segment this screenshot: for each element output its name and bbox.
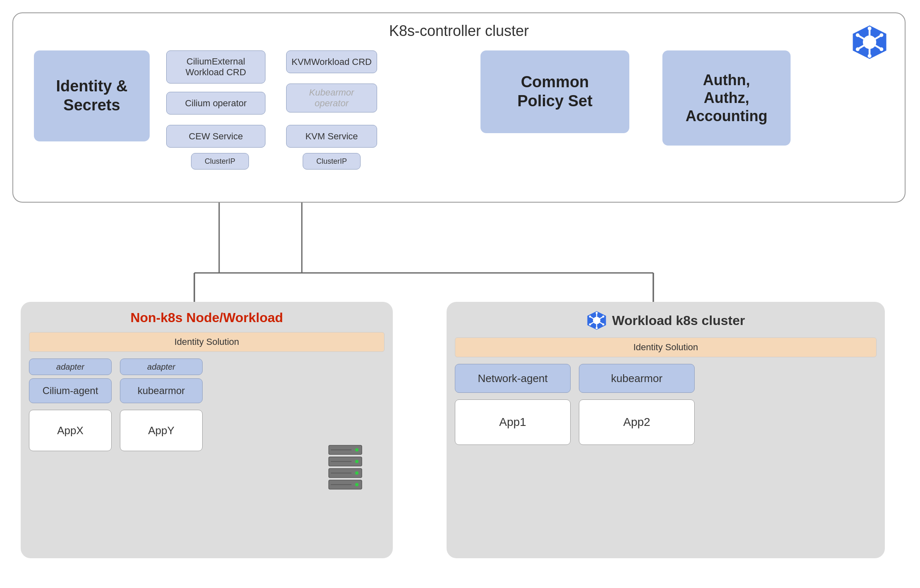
app1-box: App1 (455, 399, 571, 445)
clusterip-left-box: ClusterIP (191, 153, 249, 170)
svg-point-23 (879, 48, 883, 51)
svg-point-21 (879, 33, 883, 37)
svg-point-49 (602, 323, 605, 325)
svg-point-22 (856, 48, 860, 51)
appy-box: AppY (120, 410, 203, 451)
workload-identity-solution: Identity Solution (455, 337, 877, 357)
kubearmor1-box: kubearmor (120, 378, 203, 403)
svg-point-47 (602, 316, 605, 318)
authn-label: Authn,Authz,Accounting (686, 71, 767, 125)
svg-point-30 (355, 471, 358, 475)
kubearmor-box: kubearmor (579, 364, 695, 393)
svg-point-11 (863, 36, 876, 49)
svg-point-18 (868, 26, 872, 30)
cilium-external-crd-label: CiliumExternal Workload CRD (172, 56, 260, 78)
identity-secrets-label: Identity &Secrets (56, 77, 127, 115)
svg-point-48 (589, 323, 591, 325)
identity-secrets-box: Identity &Secrets (34, 50, 150, 141)
kvm-workload-crd-box: KVMWorkload CRD (286, 50, 377, 73)
network-agent-box: Network-agent (455, 364, 571, 393)
common-policy-box: CommonPolicy Set (480, 50, 629, 133)
cew-service-box: CEW Service (166, 125, 265, 148)
workload-apps-row: App1 App2 (455, 399, 877, 445)
workload-k8s-title-label: Workload k8s cluster (612, 313, 745, 328)
app2-box: App2 (579, 399, 695, 445)
svg-point-45 (596, 327, 598, 329)
svg-point-29 (355, 460, 358, 463)
workload-k8s-title: Workload k8s cluster (455, 310, 877, 331)
kvm-service-box: KVM Service (286, 125, 377, 148)
cilium-agent-box: Cilium-agent (29, 378, 112, 403)
middle-group: CiliumExternal Workload CRD KVMWorkload … (166, 50, 447, 183)
cilium-operator-box: Cilium operator (166, 92, 265, 115)
svg-point-31 (355, 483, 358, 486)
main-container: K8s-controller cluster (12, 12, 906, 583)
common-policy-label: CommonPolicy Set (517, 73, 593, 110)
cilium-agent-group: adapter Cilium-agent (29, 359, 112, 403)
non-k8s-cluster: Non-k8s Node/Workload Identity Solution … (21, 302, 393, 558)
server-icon (323, 441, 368, 495)
cilium-external-crd-box: CiliumExternal Workload CRD (166, 50, 265, 84)
svg-point-44 (596, 312, 598, 314)
cew-service-label: CEW Service (189, 131, 243, 142)
cilium-operator-label: Cilium operator (185, 98, 246, 109)
kvm-service-label: KVM Service (305, 131, 358, 142)
svg-point-37 (593, 317, 600, 324)
cluster-title: K8s-controller cluster (389, 22, 529, 40)
svg-point-28 (355, 448, 358, 452)
appx-box: AppX (29, 410, 112, 451)
kubearmor-operator-box: Kubearmoroperator (286, 84, 377, 112)
authn-box: Authn,Authz,Accounting (662, 50, 791, 146)
clusterip-right-box: ClusterIP (303, 153, 361, 170)
workload-agents-row: Network-agent kubearmor (455, 364, 877, 393)
kubearmor-agent-group: adapter kubearmor (120, 359, 203, 403)
kubearmor-operator-label: Kubearmoroperator (309, 87, 354, 109)
agents-row: adapter Cilium-agent adapter kubearmor (29, 359, 385, 403)
adapter2-box: adapter (120, 359, 203, 375)
svg-point-19 (868, 54, 872, 58)
kvm-workload-crd-label: KVMWorkload CRD (292, 57, 372, 67)
k8s-controller-cluster: K8s-controller cluster (12, 12, 906, 203)
svg-point-20 (856, 33, 860, 37)
clusterip-right-label: ClusterIP (316, 157, 347, 166)
adapter1-box: adapter (29, 359, 112, 375)
clusterip-left-label: ClusterIP (205, 157, 235, 166)
svg-point-46 (589, 316, 591, 318)
kubernetes-logo (851, 24, 888, 61)
non-k8s-content: adapter Cilium-agent adapter kubearmor (29, 359, 385, 451)
non-k8s-title: Non-k8s Node/Workload (29, 310, 385, 325)
non-k8s-identity-solution: Identity Solution (29, 332, 385, 352)
workload-content: Network-agent kubearmor App1 App2 (455, 364, 877, 445)
workload-k8s-cluster: Workload k8s cluster Identity Solution N… (447, 302, 885, 558)
